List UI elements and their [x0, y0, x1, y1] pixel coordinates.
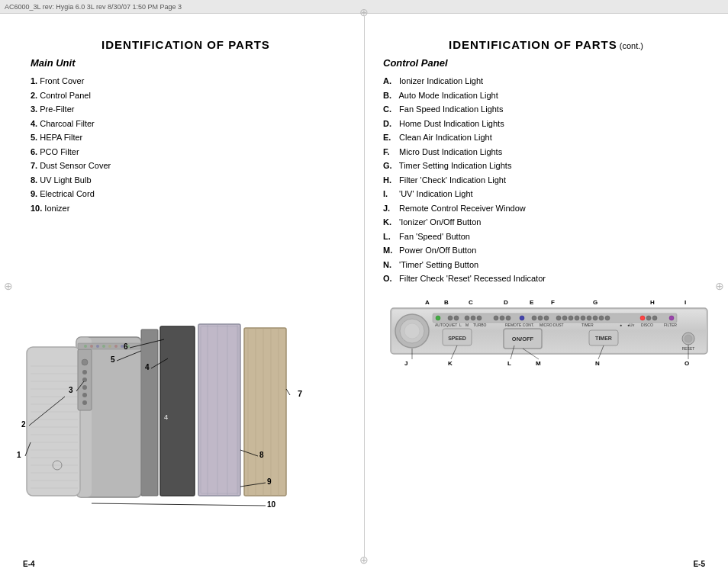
- svg-rect-19: [27, 347, 80, 496]
- svg-point-39: [82, 370, 87, 374]
- svg-text:N: N: [595, 360, 600, 367]
- svg-point-88: [436, 316, 440, 320]
- svg-text:DISCO: DISCO: [641, 323, 653, 327]
- svg-point-91: [465, 316, 469, 320]
- svg-point-42: [82, 393, 87, 397]
- svg-point-46: [90, 345, 93, 348]
- svg-point-112: [652, 316, 657, 320]
- svg-point-111: [646, 316, 651, 320]
- reg-mark-bottom: ⊕: [359, 554, 369, 566]
- svg-point-97: [520, 316, 524, 320]
- svg-point-49: [108, 345, 111, 348]
- svg-point-95: [500, 316, 504, 320]
- svg-point-92: [471, 316, 475, 320]
- header-text: AC6000_3L rev: Hygia 6.0 3L rev 8/30/07 …: [5, 3, 182, 11]
- list-item: 9. Electrical Cord: [31, 188, 341, 201]
- svg-point-108: [599, 316, 604, 320]
- svg-text:J: J: [404, 360, 407, 367]
- svg-point-107: [593, 316, 598, 320]
- device-illustration-area: 7 4: [15, 320, 356, 534]
- svg-point-38: [82, 359, 88, 365]
- svg-point-101: [556, 316, 561, 320]
- svg-rect-0: [244, 328, 286, 496]
- list-item: E. Clean Air Indication Light: [383, 131, 709, 144]
- svg-text:9: 9: [267, 477, 272, 486]
- left-section-title-container: IDENTIFICATION OF PARTS: [31, 38, 341, 51]
- svg-rect-14: [160, 326, 195, 496]
- svg-text:TIMER: TIMER: [595, 336, 612, 341]
- svg-point-96: [506, 316, 511, 320]
- svg-text:MICRO DUST: MICRO DUST: [540, 323, 564, 327]
- list-item: C. Fan Speed Indication Lights: [383, 103, 709, 116]
- svg-point-93: [477, 316, 482, 320]
- svg-text:E: E: [530, 299, 534, 306]
- left-panel: IDENTIFICATION OF PARTS Main Unit 1. Fro…: [0, 15, 364, 557]
- device-svg: 7 4: [15, 320, 351, 526]
- svg-text:I: I: [685, 299, 686, 306]
- svg-point-113: [669, 316, 674, 320]
- left-subsection-title: Main Unit: [31, 57, 341, 69]
- svg-point-41: [82, 385, 87, 390]
- svg-point-98: [532, 316, 536, 320]
- svg-point-48: [102, 345, 105, 348]
- svg-point-100: [544, 316, 549, 320]
- list-item: G. Timer Setting Indication Lights: [383, 159, 709, 172]
- svg-point-99: [538, 316, 543, 320]
- svg-point-90: [454, 316, 459, 320]
- svg-point-89: [448, 316, 453, 320]
- svg-rect-8: [198, 324, 240, 496]
- svg-text:●: ●: [620, 323, 622, 327]
- page-number-right: E-5: [693, 560, 705, 568]
- right-subsection-title: Control Panel: [383, 57, 709, 69]
- svg-text:REMOTE CONT.: REMOTE CONT.: [505, 323, 534, 327]
- list-item: 6. PCO Filter: [31, 146, 341, 159]
- svg-point-43: [82, 400, 87, 405]
- svg-text:4: 4: [145, 363, 150, 371]
- svg-text:D: D: [504, 299, 508, 306]
- list-item: H. Filter 'Check' Indication Light: [383, 174, 709, 187]
- list-item: M. Power On/Off Button: [383, 244, 709, 257]
- svg-point-94: [494, 316, 498, 320]
- svg-text:TURBO: TURBO: [473, 323, 487, 327]
- svg-point-110: [640, 316, 645, 320]
- list-item: A. Ionizer Indication Light: [383, 75, 709, 88]
- svg-text:●Uv: ●Uv: [627, 323, 635, 327]
- list-item: O. Filter Check 'Reset' Recessed Indicat…: [383, 272, 709, 285]
- parts-list: 1. Front Cover 2. Control Panel 3. Pre-F…: [31, 75, 341, 214]
- svg-text:ON/OFF: ON/OFF: [512, 336, 534, 342]
- right-section-title-container: IDENTIFICATION OF PARTS (cont.): [383, 38, 709, 51]
- list-item: L. Fan 'Speed' Button: [383, 230, 709, 243]
- svg-text:3: 3: [69, 386, 73, 394]
- svg-line-71: [92, 503, 266, 506]
- svg-text:M: M: [536, 360, 541, 367]
- svg-rect-16: [141, 329, 158, 496]
- svg-text:C: C: [469, 299, 473, 306]
- left-section-title: IDENTIFICATION OF PARTS: [101, 38, 270, 51]
- svg-text:5: 5: [111, 355, 115, 364]
- list-item: 4. Charcoal Filter: [31, 117, 341, 130]
- svg-text:8: 8: [259, 451, 264, 459]
- svg-point-103: [569, 316, 573, 320]
- svg-text:L: L: [507, 360, 511, 367]
- svg-point-109: [605, 316, 610, 320]
- svg-text:10: 10: [267, 500, 276, 509]
- svg-text:6: 6: [124, 342, 128, 351]
- list-item: F. Micro Dust Indication Lights: [383, 146, 709, 159]
- list-item: 7. Dust Sensor Cover: [31, 159, 341, 172]
- right-panel: IDENTIFICATION OF PARTS (cont.) Control …: [364, 15, 728, 557]
- list-item: 5. HEPA Filter: [31, 131, 341, 144]
- svg-text:AUTO: AUTO: [435, 323, 446, 327]
- svg-text:1: 1: [17, 451, 21, 459]
- svg-text:K: K: [448, 360, 453, 367]
- svg-point-40: [82, 378, 87, 382]
- svg-point-50: [114, 345, 118, 348]
- svg-point-102: [562, 316, 567, 320]
- list-item: N. 'Timer' Setting Button: [383, 259, 709, 272]
- svg-point-45: [84, 345, 87, 348]
- list-item: 3. Pre-Filter: [31, 103, 341, 116]
- svg-text:H: H: [650, 299, 655, 306]
- svg-text:M: M: [465, 323, 469, 327]
- right-section-title-cont: (cont.): [620, 41, 643, 50]
- reg-mark-left: ⊕: [4, 280, 13, 292]
- right-section-title: IDENTIFICATION OF PARTS: [449, 38, 617, 51]
